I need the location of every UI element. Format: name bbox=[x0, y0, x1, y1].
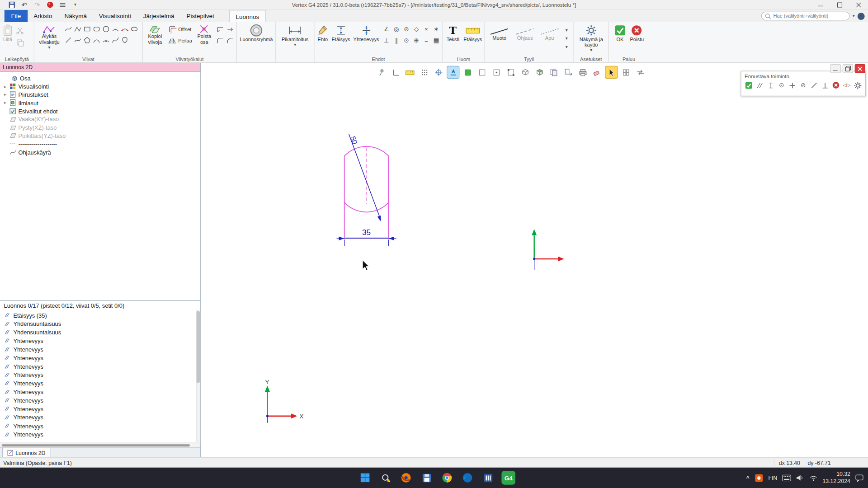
start-button[interactable] bbox=[357, 469, 374, 486]
quick-dimension-button[interactable]: Pikamitoitus ▾ bbox=[278, 23, 312, 47]
offset-button[interactable]: Offset bbox=[166, 24, 193, 34]
maximize-button[interactable] bbox=[830, 0, 849, 9]
constraint-list-item[interactable]: Yhtenevyys bbox=[0, 353, 200, 362]
tree-item-xy-plane[interactable]: Vaaka(XY)-taso bbox=[0, 115, 200, 123]
close-button[interactable] bbox=[849, 0, 868, 9]
constraint-list-item[interactable]: Yhtenevyys bbox=[0, 379, 200, 388]
cursor-snap-button[interactable] bbox=[447, 66, 459, 78]
record-button[interactable] bbox=[46, 1, 54, 9]
angle-constraint-button[interactable]: ∠ bbox=[382, 24, 391, 34]
constraint-list-item[interactable]: Yhtenevyys bbox=[0, 413, 200, 422]
tray-expand-chevron[interactable]: ^ bbox=[746, 475, 750, 481]
volume-button[interactable] bbox=[796, 474, 804, 481]
eraser-button[interactable] bbox=[591, 66, 603, 78]
tab-jarjestelma[interactable]: Järjestelmä bbox=[137, 10, 180, 22]
intersection-constraint-button[interactable]: × bbox=[421, 24, 431, 34]
taskbar-search-button[interactable] bbox=[377, 469, 394, 486]
clock[interactable]: 10.32 13.12.2024 bbox=[823, 471, 850, 485]
tool-freehand-button[interactable] bbox=[73, 35, 83, 45]
sketch-group-button[interactable]: Luonnosryhmä bbox=[239, 23, 274, 43]
predictive-enable-checkbox[interactable] bbox=[745, 81, 753, 90]
tool-rounded-rectangle-button[interactable] bbox=[92, 24, 101, 34]
account-icon[interactable] bbox=[858, 13, 865, 20]
trim-corner-button[interactable] bbox=[215, 24, 225, 34]
document-app-button[interactable] bbox=[479, 469, 496, 486]
tab-luonnos-2d[interactable]: Luonnos 2D bbox=[2, 448, 50, 457]
tree-item-esivalitut-ehdot[interactable]: Esivalitut ehdot bbox=[0, 107, 200, 115]
save-app-button[interactable] bbox=[418, 469, 435, 486]
panel-header[interactable]: Luonnos 2D bbox=[0, 63, 200, 72]
fill-mode-button[interactable] bbox=[462, 66, 473, 78]
exit-button[interactable]: Poistu bbox=[629, 23, 644, 43]
tree-item-xz-plane[interactable]: Pysty(XZ)-taso bbox=[0, 123, 200, 131]
redo-button[interactable]: ↷ bbox=[33, 1, 41, 9]
parallel-constraint-button[interactable]: ∥ bbox=[392, 36, 401, 46]
doc-close-button[interactable] bbox=[855, 64, 865, 73]
tree-item-yz-plane[interactable]: Poikittais(YZ)-taso bbox=[0, 131, 200, 140]
predict-perpendicular-button[interactable] bbox=[821, 81, 829, 90]
chrome-app-button[interactable] bbox=[439, 469, 456, 486]
style-guide-button[interactable]: Ohjaus bbox=[513, 27, 537, 42]
copy-button[interactable] bbox=[15, 38, 24, 47]
pick-mode-button[interactable] bbox=[606, 66, 618, 78]
undo-button[interactable]: ↶ bbox=[20, 1, 28, 9]
search-options-chevron-icon[interactable]: ▾ bbox=[853, 14, 855, 19]
network-button[interactable] bbox=[809, 474, 817, 481]
ruler-button[interactable] bbox=[404, 66, 416, 78]
constraint-list-item[interactable]: Yhtenevyys bbox=[0, 396, 200, 405]
tab-file[interactable]: File bbox=[5, 10, 28, 22]
tree-item-ohjauskayra[interactable]: Ohjauskäyrä bbox=[0, 148, 200, 156]
predict-line-button[interactable] bbox=[810, 81, 818, 90]
constraint-list-item[interactable]: Yhtenevyys bbox=[0, 422, 200, 430]
predict-midpoint-button[interactable] bbox=[766, 81, 775, 90]
constraint-list-item[interactable]: Yhtenevyys bbox=[0, 345, 200, 354]
expander-icon[interactable]: ▸ bbox=[2, 84, 8, 89]
vertex-g4-app-button[interactable]: G4 bbox=[500, 469, 517, 486]
constraint-list-item[interactable]: Yhtenevyys bbox=[0, 404, 200, 413]
expander-icon[interactable]: ▸ bbox=[2, 92, 8, 97]
pin-button[interactable] bbox=[375, 66, 387, 78]
text-button[interactable]: T Teksti bbox=[445, 23, 461, 43]
minimize-button[interactable] bbox=[811, 0, 830, 9]
predict-intersection-button[interactable] bbox=[788, 81, 797, 90]
tool-tangent-arc-button[interactable] bbox=[92, 35, 101, 45]
tab-pistepilvet[interactable]: Pistepilvet bbox=[180, 10, 220, 22]
cut-button[interactable] bbox=[15, 25, 24, 35]
edge-app-button[interactable] bbox=[459, 469, 476, 486]
copy-lines-button[interactable]: Kopioi viivoja bbox=[145, 23, 165, 46]
doc-restore-button[interactable] bbox=[843, 64, 853, 73]
tool-circle-button[interactable] bbox=[101, 24, 111, 34]
touch-keyboard-button[interactable] bbox=[782, 474, 791, 481]
coaxial-constraint-button[interactable]: ⊕ bbox=[411, 36, 421, 46]
swap-view-button[interactable] bbox=[634, 66, 646, 78]
pattern-constraint-button[interactable]: ▦ bbox=[432, 36, 441, 46]
corner-select-button[interactable] bbox=[505, 66, 517, 78]
style-dropdown-button[interactable]: ▾ bbox=[562, 35, 571, 42]
center-select-button[interactable] bbox=[491, 66, 502, 78]
remove-part-button[interactable]: Poista osa bbox=[195, 23, 214, 46]
fix-point-button[interactable]: ⊙ bbox=[401, 36, 411, 46]
grid-toggle-button[interactable] bbox=[620, 66, 632, 78]
grid-snap-button[interactable] bbox=[419, 66, 430, 78]
scrollbar-thumb[interactable] bbox=[197, 311, 200, 383]
view-settings-button[interactable]: Näkymä ja käyttö ▾ bbox=[576, 23, 607, 53]
doc-minimize-button[interactable] bbox=[830, 64, 841, 73]
constraint-list-item[interactable]: Yhtenevyys bbox=[0, 337, 200, 345]
node-snap-button[interactable] bbox=[433, 66, 445, 78]
condition-button[interactable]: Ehto bbox=[316, 23, 329, 43]
print-button[interactable] bbox=[577, 66, 589, 78]
list-vertical-scrollbar[interactable] bbox=[196, 310, 200, 443]
list-horizontal-scrollbar[interactable] bbox=[0, 443, 200, 447]
chamfer-button[interactable] bbox=[225, 35, 235, 45]
axes-snap-button[interactable] bbox=[390, 66, 401, 78]
style-dropdown-button[interactable]: ▾ bbox=[562, 43, 571, 51]
constraint-list-item[interactable]: Yhtenevyys bbox=[0, 430, 200, 439]
toolbar-dropdown-button[interactable]: ▾ bbox=[71, 1, 79, 9]
constraint-list-item[interactable]: Yhtenevyys bbox=[0, 362, 200, 371]
constraint-list-item[interactable]: Yhdensuuntaisuus bbox=[0, 328, 200, 337]
sheets-button[interactable] bbox=[548, 66, 560, 78]
tree-item-piirustukset[interactable]: ▸ Piirustukset bbox=[0, 90, 200, 99]
tree-item-ilmiasut[interactable]: ▸ Ilmiasut bbox=[0, 99, 200, 107]
tree-item-centerline[interactable]: -------------------- bbox=[0, 140, 200, 148]
shaded-view-button[interactable] bbox=[533, 66, 545, 78]
